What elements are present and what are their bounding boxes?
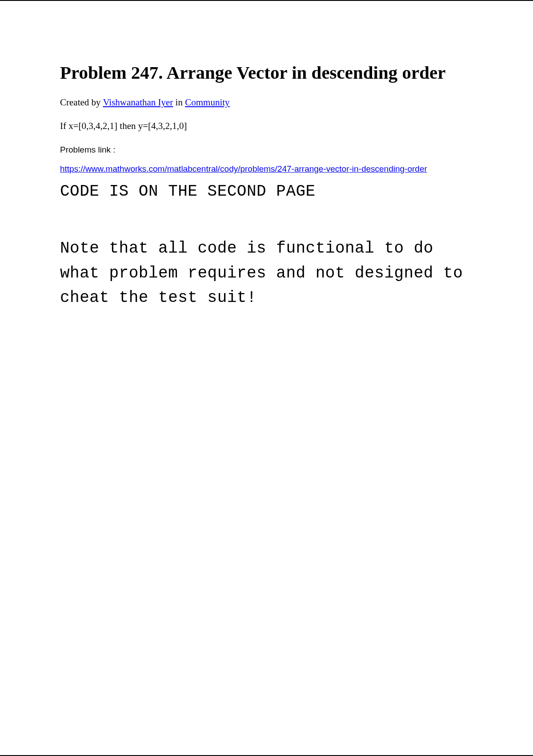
- byline: Created by Vishwanathan Iyer in Communit…: [60, 97, 473, 108]
- note-text: Note that all code is functional to do w…: [60, 236, 473, 310]
- problems-link-label: Problems link :: [60, 145, 473, 155]
- page-title: Problem 247. Arrange Vector in descendin…: [60, 61, 473, 84]
- category-link[interactable]: Community: [185, 97, 229, 108]
- problem-description: If x=[0,3,4,2,1] then y=[4,3,2,1,0]: [60, 121, 473, 132]
- document-page: Problem 247. Arrange Vector in descendin…: [0, 0, 533, 756]
- code-notice: CODE IS ON THE SECOND PAGE: [60, 182, 473, 201]
- byline-prefix: Created by: [60, 97, 103, 108]
- byline-middle: in: [173, 97, 185, 108]
- problem-url-link[interactable]: https://www.mathworks.com/matlabcentral/…: [60, 163, 473, 176]
- document-content: Problem 247. Arrange Vector in descendin…: [60, 28, 473, 310]
- author-link[interactable]: Vishwanathan Iyer: [103, 97, 173, 108]
